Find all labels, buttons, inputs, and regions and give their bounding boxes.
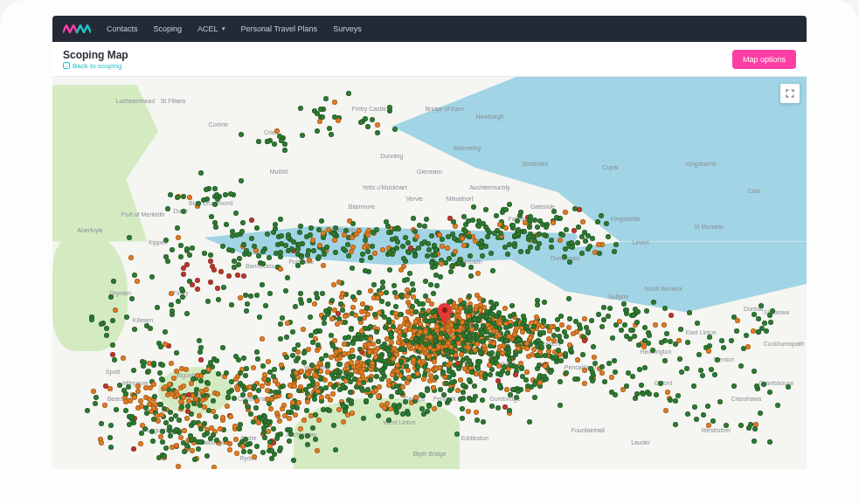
data-point[interactable] xyxy=(398,390,403,395)
data-point[interactable] xyxy=(461,396,466,401)
data-point[interactable] xyxy=(520,374,525,379)
data-point[interactable] xyxy=(459,352,464,357)
data-point[interactable] xyxy=(398,312,403,317)
data-point[interactable] xyxy=(709,367,714,372)
data-point[interactable] xyxy=(481,323,486,328)
data-point[interactable] xyxy=(391,248,396,253)
data-point[interactable] xyxy=(410,304,415,309)
data-point[interactable] xyxy=(181,266,186,271)
data-point[interactable] xyxy=(368,393,373,398)
data-point[interactable] xyxy=(170,312,175,317)
data-point[interactable] xyxy=(413,309,419,314)
data-point[interactable] xyxy=(150,438,156,444)
data-point[interactable] xyxy=(331,231,336,237)
data-point[interactable] xyxy=(307,258,312,263)
data-point[interactable] xyxy=(262,435,267,440)
data-point[interactable] xyxy=(497,344,502,349)
data-point[interactable] xyxy=(179,287,184,292)
data-point[interactable] xyxy=(430,310,435,315)
data-point[interactable] xyxy=(599,213,604,218)
data-point[interactable] xyxy=(425,409,430,414)
data-point[interactable] xyxy=(124,314,129,320)
data-point[interactable] xyxy=(385,224,391,229)
data-point[interactable] xyxy=(185,409,191,414)
data-point[interactable] xyxy=(235,273,240,278)
data-point[interactable] xyxy=(244,308,249,314)
data-point[interactable] xyxy=(518,249,523,254)
data-point[interactable] xyxy=(633,396,638,401)
data-point[interactable] xyxy=(152,394,157,399)
data-point[interactable] xyxy=(579,234,585,239)
data-point[interactable] xyxy=(451,219,456,224)
data-point[interactable] xyxy=(610,335,615,341)
data-point[interactable] xyxy=(767,390,772,395)
nav-acel[interactable]: ACEL▾ xyxy=(197,24,225,33)
data-point[interactable] xyxy=(551,209,557,214)
data-point[interactable] xyxy=(165,392,170,397)
data-point[interactable] xyxy=(249,217,254,223)
data-point[interactable] xyxy=(325,363,330,369)
data-point[interactable] xyxy=(475,342,480,347)
data-point[interactable] xyxy=(751,328,756,334)
data-point[interactable] xyxy=(357,381,362,386)
data-point[interactable] xyxy=(756,316,761,321)
data-point[interactable] xyxy=(447,369,452,374)
data-point[interactable] xyxy=(503,325,509,330)
data-point[interactable] xyxy=(237,256,242,261)
data-point[interactable] xyxy=(212,186,218,191)
data-point[interactable] xyxy=(216,297,221,302)
data-point[interactable] xyxy=(321,247,326,252)
data-point[interactable] xyxy=(232,259,237,264)
data-point[interactable] xyxy=(596,242,601,247)
data-point[interactable] xyxy=(401,256,406,261)
data-point[interactable] xyxy=(430,318,435,323)
data-point[interactable] xyxy=(206,367,211,372)
data-point[interactable] xyxy=(253,405,259,411)
data-point[interactable] xyxy=(298,426,303,432)
data-point[interactable] xyxy=(668,313,674,318)
data-point[interactable] xyxy=(408,245,413,251)
data-point[interactable] xyxy=(440,370,446,376)
data-point[interactable] xyxy=(209,425,214,431)
data-point[interactable] xyxy=(220,345,225,350)
data-point[interactable] xyxy=(460,406,465,411)
data-point[interactable] xyxy=(455,361,461,366)
data-point[interactable] xyxy=(392,226,398,231)
data-point[interactable] xyxy=(582,316,587,321)
data-point[interactable] xyxy=(524,369,530,375)
data-point[interactable] xyxy=(375,130,380,135)
data-point[interactable] xyxy=(564,370,569,376)
data-point[interactable] xyxy=(248,293,253,299)
data-point[interactable] xyxy=(168,433,173,438)
data-point[interactable] xyxy=(233,354,239,359)
data-point[interactable] xyxy=(528,335,533,341)
data-point[interactable] xyxy=(305,442,310,447)
data-point[interactable] xyxy=(350,348,355,353)
data-point[interactable] xyxy=(455,388,461,393)
data-point[interactable] xyxy=(282,142,287,147)
data-point[interactable] xyxy=(89,317,94,322)
data-point[interactable] xyxy=(738,423,744,428)
data-point[interactable] xyxy=(368,377,373,383)
data-point[interactable] xyxy=(494,314,499,319)
data-point[interactable] xyxy=(679,369,684,375)
data-point[interactable] xyxy=(361,416,366,421)
data-point[interactable] xyxy=(374,374,379,379)
data-point[interactable] xyxy=(278,217,283,222)
data-point[interactable] xyxy=(322,321,327,326)
data-point[interactable] xyxy=(263,303,268,308)
data-point[interactable] xyxy=(564,334,569,339)
data-point[interactable] xyxy=(507,408,512,413)
data-point[interactable] xyxy=(256,253,261,259)
data-point[interactable] xyxy=(754,383,759,389)
data-point[interactable] xyxy=(474,304,479,309)
data-point[interactable] xyxy=(254,444,260,449)
data-point[interactable] xyxy=(546,336,551,342)
data-point[interactable] xyxy=(411,294,416,300)
data-point[interactable] xyxy=(474,410,479,415)
data-point[interactable] xyxy=(433,264,438,269)
data-point[interactable] xyxy=(419,313,424,318)
data-point[interactable] xyxy=(287,383,293,388)
data-point[interactable] xyxy=(346,375,351,380)
data-point[interactable] xyxy=(423,293,428,299)
